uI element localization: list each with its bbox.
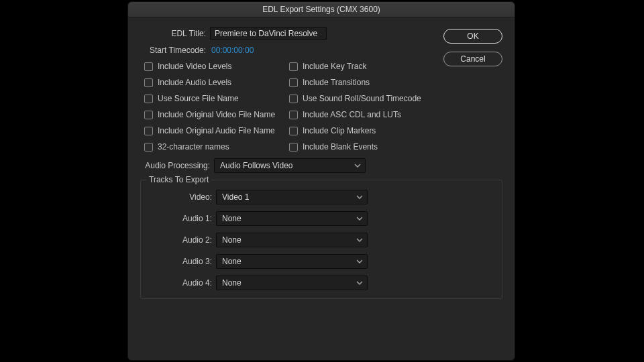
check-label: Include Original Audio File Name bbox=[158, 126, 275, 135]
check-label: Include Original Video File Name bbox=[158, 110, 275, 119]
dialog-title: EDL Export Settings (CMX 3600) bbox=[128, 2, 515, 17]
chevron-down-icon bbox=[356, 281, 363, 285]
ok-button[interactable]: OK bbox=[443, 29, 502, 44]
checkbox-icon bbox=[289, 62, 298, 71]
chevron-down-icon bbox=[356, 238, 363, 242]
audio-processing-dropdown[interactable]: Audio Follows Video bbox=[214, 158, 366, 173]
check-label: Include Video Levels bbox=[158, 62, 232, 71]
check-include-video-levels[interactable]: Include Video Levels bbox=[144, 62, 289, 71]
audio-processing-label: Audio Processing: bbox=[140, 161, 214, 170]
chevron-down-icon bbox=[356, 259, 363, 263]
check-use-source-file-name[interactable]: Use Source File Name bbox=[144, 94, 289, 103]
check-include-blank-events[interactable]: Include Blank Events bbox=[289, 142, 421, 152]
audio2-track-label: Audio 2: bbox=[148, 235, 216, 245]
video-track-label: Video: bbox=[148, 192, 216, 202]
audio3-track-dropdown[interactable]: None bbox=[216, 254, 368, 269]
audio4-track-label: Audio 4: bbox=[148, 278, 216, 288]
cancel-button[interactable]: Cancel bbox=[443, 52, 502, 66]
check-label: Include ASC CDL and LUTs bbox=[303, 110, 401, 119]
check-include-transitions[interactable]: Include Transitions bbox=[289, 78, 421, 87]
edl-title-input[interactable] bbox=[210, 27, 327, 40]
chevron-down-icon bbox=[356, 195, 363, 199]
check-include-asc-cdl-luts[interactable]: Include ASC CDL and LUTs bbox=[289, 110, 421, 119]
checkbox-icon bbox=[144, 143, 153, 152]
checkbox-icon bbox=[289, 95, 298, 103]
dropdown-value: None bbox=[222, 214, 241, 223]
chevron-down-icon bbox=[354, 164, 361, 168]
check-label: Include Transitions bbox=[303, 78, 370, 87]
video-track-dropdown[interactable]: Video 1 bbox=[216, 190, 368, 204]
start-timecode-value[interactable]: 00:00:00:00 bbox=[210, 46, 254, 55]
checkbox-icon bbox=[144, 127, 153, 135]
check-32-character-names[interactable]: 32-character names bbox=[144, 142, 289, 152]
checkbox-icon bbox=[289, 78, 298, 87]
checkbox-icon bbox=[144, 62, 153, 71]
checkbox-icon bbox=[144, 78, 153, 87]
edl-export-dialog: EDL Export Settings (CMX 3600) OK Cancel… bbox=[127, 1, 515, 361]
check-label: 32-character names bbox=[158, 142, 229, 152]
check-include-original-audio-file-name[interactable]: Include Original Audio File Name bbox=[144, 126, 289, 135]
checkbox-icon bbox=[289, 127, 298, 135]
dropdown-value: None bbox=[222, 257, 241, 266]
dropdown-value: None bbox=[222, 235, 241, 245]
dropdown-value: Video 1 bbox=[222, 192, 249, 202]
check-use-sound-roll-timecode[interactable]: Use Sound Roll/Sound Timecode bbox=[289, 94, 421, 103]
audio4-track-dropdown[interactable]: None bbox=[216, 276, 368, 290]
audio1-track-dropdown[interactable]: None bbox=[216, 211, 368, 226]
checkbox-icon bbox=[144, 95, 153, 103]
check-include-original-video-file-name[interactable]: Include Original Video File Name bbox=[144, 110, 289, 119]
check-include-key-track[interactable]: Include Key Track bbox=[289, 62, 421, 71]
check-include-clip-markers[interactable]: Include Clip Markers bbox=[289, 126, 421, 135]
audio3-track-label: Audio 3: bbox=[148, 257, 216, 266]
check-label: Include Audio Levels bbox=[158, 78, 231, 87]
checkbox-icon bbox=[289, 143, 298, 152]
tracks-to-export-group: Tracks To Export Video: Video 1 Audio 1:… bbox=[140, 180, 502, 299]
check-include-audio-levels[interactable]: Include Audio Levels bbox=[144, 78, 289, 87]
checkbox-icon bbox=[144, 111, 153, 119]
audio1-track-label: Audio 1: bbox=[148, 214, 216, 223]
check-label: Include Blank Events bbox=[303, 142, 378, 152]
chevron-down-icon bbox=[356, 217, 363, 221]
dropdown-value: Audio Follows Video bbox=[220, 161, 293, 170]
check-label: Use Source File Name bbox=[158, 94, 239, 103]
checkbox-icon bbox=[289, 111, 298, 119]
start-timecode-label: Start Timecode: bbox=[140, 46, 210, 55]
check-label: Use Sound Roll/Sound Timecode bbox=[303, 94, 421, 103]
check-label: Include Key Track bbox=[303, 62, 366, 71]
check-label: Include Clip Markers bbox=[303, 126, 376, 135]
audio2-track-dropdown[interactable]: None bbox=[216, 233, 368, 247]
tracks-legend: Tracks To Export bbox=[146, 175, 211, 184]
edl-title-label: EDL Title: bbox=[140, 29, 210, 38]
dropdown-value: None bbox=[222, 278, 241, 288]
